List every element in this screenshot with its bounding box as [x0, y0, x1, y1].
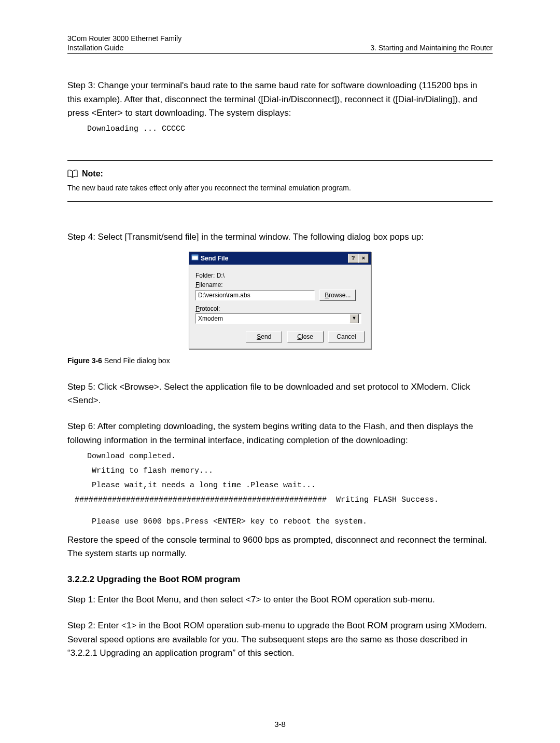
step6-paragraph: Step 6: After completing downloading, th… [67, 420, 493, 447]
dialog-app-icon [191, 254, 199, 263]
restore-paragraph: Restore the speed of the console termina… [67, 533, 493, 561]
doc-title-line1: 3Com Router 3000 Ethernet Family [67, 34, 181, 43]
section-heading-3222: 3.2.2.2 Upgrading the Boot ROM program [67, 574, 493, 585]
svg-rect-1 [192, 255, 198, 256]
header-left: 3Com Router 3000 Ethernet Family Install… [67, 34, 181, 52]
cancel-button[interactable]: Cancel [328, 331, 365, 342]
step5-paragraph: Step 5: Click <Browse>. Select the appli… [67, 380, 493, 408]
page-header: 3Com Router 3000 Ethernet Family Install… [67, 34, 493, 54]
close-button[interactable]: Close [287, 331, 324, 342]
book-icon [67, 170, 78, 178]
header-right: 3. Starting and Maintaining the Router [370, 43, 493, 52]
bootrom-step2: Step 2: Enter <1> in the Boot ROM operat… [67, 619, 493, 660]
protocol-value: Xmodem [198, 315, 223, 322]
figure-number: Figure 3-6 [67, 356, 102, 365]
step3-paragraph: Step 3: Change your terminal's baud rate… [67, 79, 493, 120]
note-label: Note: [82, 169, 103, 178]
folder-label: Folder: D:\ [195, 272, 365, 279]
send-button[interactable]: Send [246, 331, 282, 342]
protocol-label: Protocol: [195, 305, 365, 312]
protocol-select[interactable]: Xmodem ▼ [195, 313, 361, 324]
dialog-help-button[interactable]: ? [348, 254, 358, 263]
dialog-figure: Send File ? × Folder: D:\ Filename: D:\v… [67, 252, 493, 349]
doc-title-line2: Installation Guide [67, 43, 181, 52]
figure-caption: Figure 3-6 Send File dialog box [67, 356, 493, 365]
term-line-3: Please wait,it needs a long time .Please… [87, 479, 493, 492]
dropdown-icon[interactable]: ▼ [349, 314, 359, 323]
filename-label: Filename: [195, 281, 365, 288]
terminal-output-downloading: Downloading ... CCCCC [87, 123, 493, 135]
term-line-1: Download completed. [87, 450, 493, 463]
term-line-4: ########################################… [75, 494, 493, 506]
step4-paragraph: Step 4: Select [Transmit/send file] in t… [67, 230, 493, 244]
dialog-close-button[interactable]: × [358, 254, 369, 263]
browse-button[interactable]: Browse... [319, 290, 356, 301]
term-line-5: Please use 9600 bps.Press <ENTER> key to… [87, 516, 493, 528]
send-file-dialog: Send File ? × Folder: D:\ Filename: D:\v… [189, 252, 371, 349]
note-body: The new baud rate takes effect only afte… [67, 184, 493, 192]
filename-input[interactable]: D:\version\ram.abs [195, 290, 315, 300]
figure-caption-text: Send File dialog box [102, 356, 170, 365]
terminal-output-flash: Download completed. Writing to flash mem… [67, 450, 493, 528]
dialog-title-text: Send File [201, 255, 228, 262]
note-title: Note: [67, 169, 493, 178]
term-line-2: Writing to flash memory... [87, 465, 493, 477]
bootrom-step1: Step 1: Enter the Boot Menu, and then se… [67, 593, 493, 607]
page-number: 3-8 [0, 720, 560, 728]
note-callout: Note: The new baud rate takes effect onl… [67, 160, 493, 202]
dialog-titlebar: Send File ? × [189, 252, 371, 265]
